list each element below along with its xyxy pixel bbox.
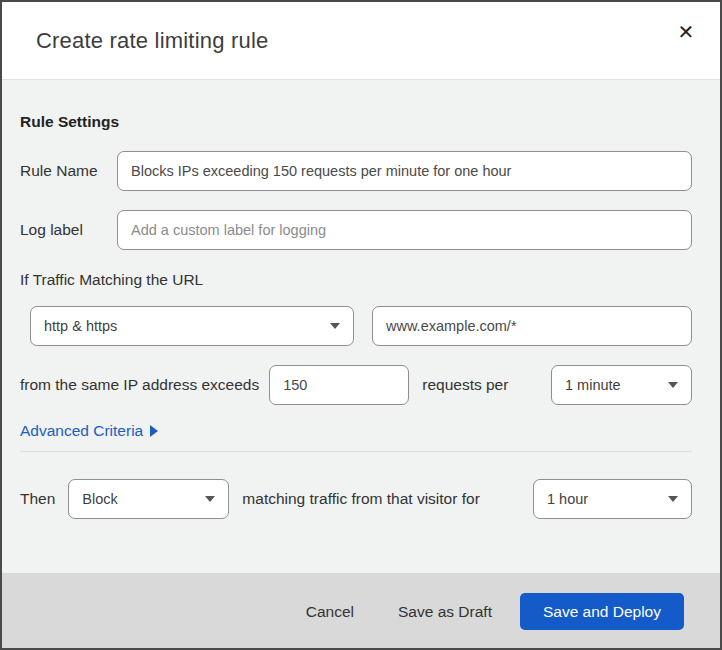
save-as-draft-button[interactable]: Save as Draft [386,595,504,629]
action-select[interactable]: Block [68,479,229,519]
request-count-input[interactable] [269,365,409,405]
cancel-button[interactable]: Cancel [294,595,366,629]
chevron-down-icon [668,382,678,388]
modal-footer: Cancel Save as Draft Save and Deploy [2,573,720,650]
chevron-right-icon [150,425,158,437]
section-divider [20,451,692,452]
log-label-input[interactable] [117,210,692,250]
threshold-row: from the same IP address exceeds request… [20,365,692,405]
threshold-prefix-text: from the same IP address exceeds [20,376,259,394]
duration-select[interactable]: 1 hour [533,479,692,519]
duration-select-value: 1 hour [547,491,588,507]
period-select-value: 1 minute [565,377,621,393]
then-label: Then [20,490,55,508]
advanced-criteria-label: Advanced Criteria [20,422,143,440]
scheme-select[interactable]: http & https [30,306,354,346]
rule-name-row: Rule Name [20,151,692,191]
scheme-select-value: http & https [44,318,117,334]
rule-name-label: Rule Name [20,162,117,180]
chevron-down-icon [205,496,215,502]
action-select-value: Block [82,491,117,507]
modal-dialog: Create rate limiting rule ✕ Rule Setting… [0,0,722,650]
close-icon: ✕ [678,21,695,43]
log-label-row: Log label [20,210,692,250]
modal-header: Create rate limiting rule ✕ [2,2,720,80]
modal-body: Rule Settings Rule Name Log label If Tra… [2,80,720,573]
period-select[interactable]: 1 minute [551,365,692,405]
save-and-deploy-button[interactable]: Save and Deploy [520,593,684,630]
close-button[interactable]: ✕ [670,16,702,48]
traffic-match-heading: If Traffic Matching the URL [20,271,692,289]
chevron-down-icon [668,496,678,502]
rule-name-input[interactable] [117,151,692,191]
action-row: Then Block matching traffic from that vi… [20,479,692,519]
log-label-label: Log label [20,221,117,239]
threshold-suffix-text: requests per [422,376,508,394]
action-middle-text: matching traffic from that visitor for [242,490,479,508]
scheme-row: http & https [20,306,692,346]
page-title: Create rate limiting rule [36,28,268,54]
rule-settings-heading: Rule Settings [20,80,692,131]
chevron-down-icon [330,323,340,329]
url-pattern-input[interactable] [372,306,692,346]
advanced-criteria-link[interactable]: Advanced Criteria [20,422,158,440]
